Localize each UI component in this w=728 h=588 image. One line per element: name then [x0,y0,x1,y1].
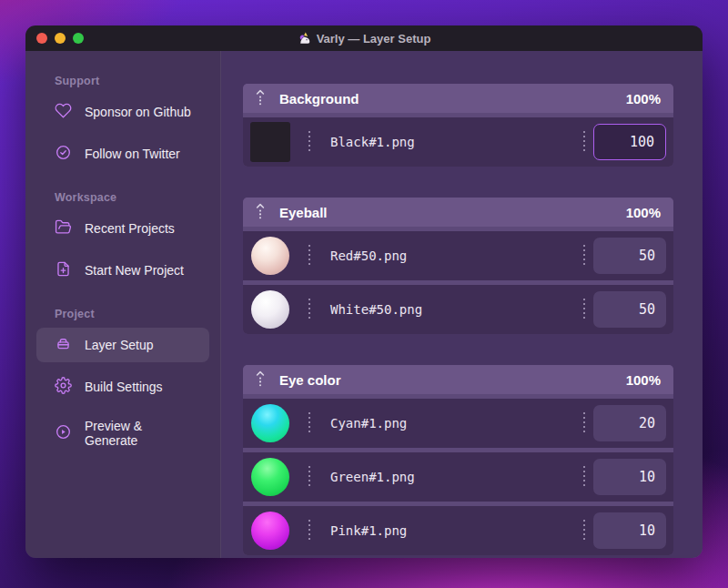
layer-list-scroll-area[interactable]: Background 100% Black#1.png Eyeball 100% [221,51,703,558]
layer-filename: Red#50.png [330,248,583,263]
heart-icon [55,102,72,122]
drag-handle-icon[interactable] [256,370,265,389]
sidebar-section-label: Support [36,75,209,87]
sidebar-section-label: Workspace [36,191,209,204]
unicorn-icon [298,32,311,46]
layer-filename: White#50.png [330,302,583,317]
sidebar-item-build-settings[interactable]: Build Settings [36,370,209,404]
layer-row: White#50.png [243,285,673,334]
zoom-button[interactable] [73,33,84,44]
layer-weight-input[interactable] [593,512,666,549]
sidebar-item-recent-projects[interactable]: Recent Projects [36,211,209,246]
sidebar-item-label: Sponsor on Github [85,105,191,119]
sidebar-item-label: Build Settings [85,380,163,394]
window-title: Varly — Layer Setup [298,32,431,46]
dotted-separator [583,131,585,153]
sidebar: Support Sponsor on Github Follow on Twit… [25,51,221,558]
minimize-button[interactable] [55,33,66,44]
layer-group-weight: 100% [626,372,661,388]
layer-group-header: Eyeball 100% [243,198,673,227]
layer-group-header: Eye color 100% [243,365,673,394]
sidebar-item-label: Recent Projects [85,221,175,236]
sidebar-item-follow-on-twitter[interactable]: Follow on Twitter [36,137,209,171]
layer-weight-input[interactable] [593,238,666,274]
white-sphere-thumb [251,290,289,329]
layer-group-header: Background 100% [243,84,673,113]
window-body: Support Sponsor on Github Follow on Twit… [25,51,703,558]
gear-icon [55,377,72,397]
sidebar-section: Workspace Recent Projects Start New Proj… [36,191,209,288]
sidebar-item-label: Follow on Twitter [85,147,180,161]
dotted-separator [583,245,585,267]
badge-check-icon [55,144,72,164]
layer-filename: Cyan#1.png [330,416,583,431]
traffic-lights [36,25,84,51]
window-title-text: Varly — Layer Setup [317,32,431,46]
sidebar-item-preview-generate[interactable]: Preview & Generate [36,411,209,455]
desktop: { "titlebar": { "title": "Varly — Layer … [0,0,728,588]
sidebar-item-start-new-project[interactable]: Start New Project [36,253,209,288]
titlebar: Varly — Layer Setup [25,25,703,51]
sidebar-item-label: Preview & Generate [85,419,191,448]
sidebar-item-label: Start New Project [85,263,184,278]
dotted-separator [308,412,310,434]
pink-sphere-thumb [251,512,289,550]
sidebar-section: Project Layer Setup Build Settings Previ… [36,308,209,455]
dotted-separator [308,299,310,320]
app-window: Varly — Layer Setup Support Sponsor on G… [25,25,703,558]
layer-row: Cyan#1.png [243,399,673,448]
dotted-separator [583,466,585,488]
cyan-sphere-thumb [251,404,289,442]
black-square-thumb [250,122,290,162]
dotted-separator [308,131,310,153]
dotted-separator [583,412,585,434]
green-sphere-thumb [251,458,289,496]
drag-handle-icon[interactable] [256,203,265,221]
close-button[interactable] [36,33,47,44]
layer-weight-input[interactable] [593,124,666,160]
layer-filename: Green#1.png [330,470,583,484]
dotted-separator [308,466,310,488]
layer-filename: Black#1.png [330,135,583,149]
layer-group-weight: 100% [626,205,661,220]
layer-box-icon [55,335,72,355]
folder-open-icon [55,218,72,238]
dotted-separator [583,520,585,542]
layer-group: Eyeball 100% Red#50.png White#50.png [243,198,673,334]
layer-group: Background 100% Black#1.png [243,84,673,167]
dotted-separator [308,245,310,267]
sidebar-item-sponsor-on-github[interactable]: Sponsor on Github [36,95,209,129]
dotted-separator [308,520,310,542]
play-circle-icon [55,423,72,443]
layer-weight-input[interactable] [593,459,666,495]
sidebar-item-label: Layer Setup [85,338,154,352]
layer-group-name: Eyeball [279,205,328,220]
layer-group: Eye color 100% Cyan#1.png Green#1.png Pi… [243,365,673,555]
layer-group-name: Eye color [279,372,341,388]
red-sphere-thumb [251,237,289,275]
layer-weight-input[interactable] [593,405,666,441]
layer-filename: Pink#1.png [330,523,583,538]
layer-row: Black#1.png [243,117,673,167]
layer-weight-input[interactable] [593,291,666,328]
drag-handle-icon[interactable] [256,89,265,107]
sidebar-section-label: Project [36,308,209,320]
sidebar-section: Support Sponsor on Github Follow on Twit… [36,75,209,171]
file-plus-icon [55,260,72,280]
layer-row: Pink#1.png [243,506,673,555]
layer-group-name: Background [279,91,359,106]
layer-row: Green#1.png [243,452,673,502]
layer-row: Red#50.png [243,231,673,280]
dotted-separator [583,299,585,320]
layer-group-weight: 100% [626,91,661,106]
sidebar-item-layer-setup[interactable]: Layer Setup [36,328,209,362]
